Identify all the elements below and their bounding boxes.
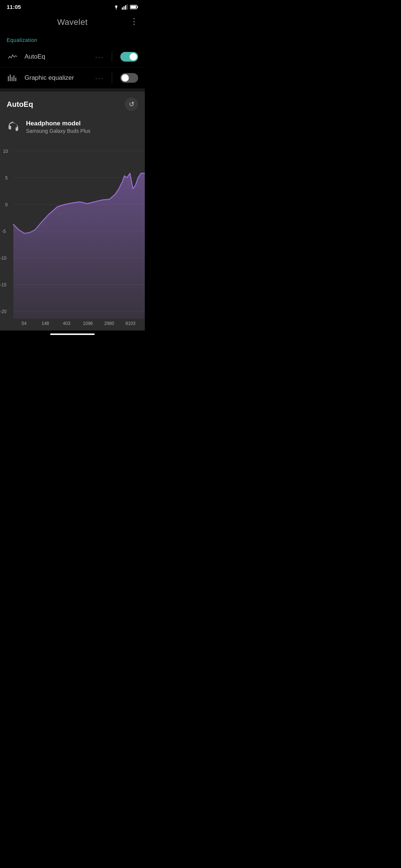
battery-icon — [130, 5, 138, 9]
header-menu-button[interactable]: ⋮ — [130, 17, 138, 26]
svg-text:-20: -20 — [0, 309, 7, 314]
graphic-eq-divider — [112, 73, 112, 83]
app-title: Wavelet — [57, 17, 88, 27]
svg-text:-5: -5 — [2, 229, 6, 234]
x-label-2980: 2980 — [98, 321, 120, 326]
svg-rect-6 — [137, 6, 138, 8]
section-header: Equalization — [0, 31, 145, 46]
svg-rect-8 — [10, 75, 11, 81]
headphone-model-name: Samsung Galaxy Buds Plus — [26, 128, 91, 134]
bottom-bar — [0, 331, 145, 338]
svg-rect-1 — [124, 6, 125, 10]
svg-text:10: 10 — [3, 149, 8, 154]
x-label-54: 54 — [13, 321, 35, 326]
autoeq-toggle-thumb — [130, 53, 137, 60]
headphone-icon — [7, 121, 20, 134]
svg-rect-11 — [15, 78, 16, 81]
eq-chart: 10 5 0 -5 -10 -15 -20 — [0, 141, 145, 319]
x-label-403: 403 — [56, 321, 77, 326]
svg-rect-7 — [8, 76, 9, 81]
section-divider — [0, 89, 145, 92]
graphic-eq-toggle-thumb — [121, 74, 129, 82]
svg-rect-2 — [125, 5, 126, 10]
svg-rect-10 — [13, 75, 14, 81]
autoeq-icon — [7, 53, 19, 60]
graphic-eq-menu-item[interactable]: Graphic equalizer ··· — [0, 68, 145, 89]
autoeq-label: AutoEq — [25, 53, 89, 60]
autoeq-divider — [112, 52, 112, 62]
headphone-model-label: Headphone model — [26, 120, 91, 127]
svg-text:-10: -10 — [0, 256, 7, 261]
status-icons — [113, 4, 138, 10]
signal-icon — [122, 4, 128, 10]
svg-rect-5 — [131, 6, 136, 8]
status-bar: 11:05 — [0, 0, 145, 12]
headphone-model-row[interactable]: Headphone model Samsung Galaxy Buds Plus — [0, 116, 145, 141]
app-header: Wavelet ⋮ — [0, 12, 145, 31]
autoeq-toggle[interactable] — [120, 52, 138, 62]
x-axis-labels: 54 148 403 1096 2980 8103 — [0, 319, 145, 331]
svg-rect-0 — [122, 7, 123, 10]
home-indicator — [50, 333, 95, 335]
status-time: 11:05 — [7, 4, 21, 10]
svg-text:5: 5 — [5, 175, 8, 181]
autoeq-reset-button[interactable]: ↺ — [125, 98, 138, 111]
eq-chart-container: 10 5 0 -5 -10 -15 -20 — [0, 141, 145, 331]
graphic-eq-icon — [7, 75, 19, 81]
svg-text:0: 0 — [5, 202, 8, 207]
svg-rect-9 — [12, 77, 13, 81]
x-label-148: 148 — [35, 321, 56, 326]
autoeq-menu-item[interactable]: AutoEq ··· — [0, 46, 145, 68]
graphic-eq-more-button[interactable]: ··· — [95, 74, 104, 82]
graphic-eq-toggle[interactable] — [120, 73, 138, 83]
autoeq-panel: AutoEq ↺ Headphone model Samsung Galaxy … — [0, 92, 145, 331]
autoeq-panel-title: AutoEq — [7, 100, 33, 109]
wifi-icon — [113, 4, 120, 10]
headphone-info: Headphone model Samsung Galaxy Buds Plus — [26, 120, 91, 134]
section-label: Equalization — [7, 37, 37, 43]
x-label-8103: 8103 — [120, 321, 141, 326]
svg-text:-15: -15 — [0, 282, 7, 287]
graphic-eq-label: Graphic equalizer — [25, 74, 89, 82]
svg-rect-3 — [127, 4, 128, 10]
autoeq-more-button[interactable]: ··· — [95, 53, 104, 61]
autoeq-panel-header: AutoEq ↺ — [0, 92, 145, 116]
x-label-1096: 1096 — [77, 321, 98, 326]
